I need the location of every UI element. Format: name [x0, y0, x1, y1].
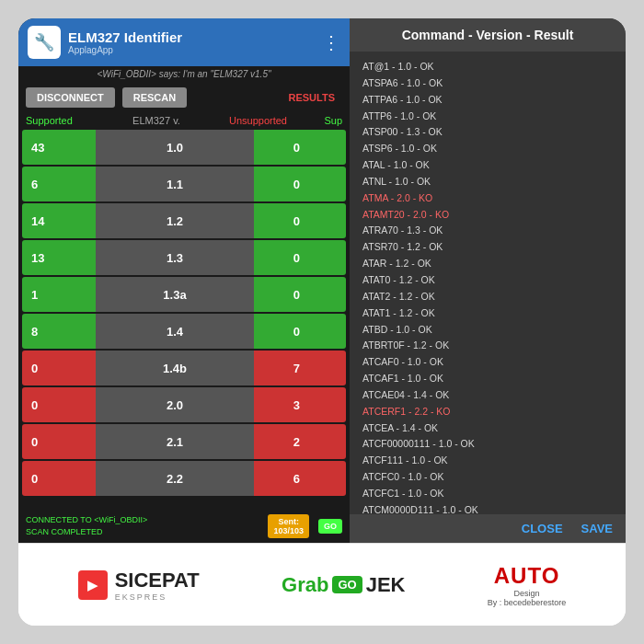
- list-item: ATCERF1 - 2.2 - KO: [362, 404, 613, 420]
- grab-text: Grab: [282, 573, 328, 597]
- brand-sicepat: ▶ SICEPAT EKSPRES: [78, 569, 200, 602]
- button-row: DISCONNECT RESCAN RESULTS: [18, 82, 350, 113]
- app-title-block: ELM327 Identifier ApplagApp: [68, 29, 182, 55]
- col-unsupported: Unsupported: [213, 115, 287, 126]
- cell-right: 0: [254, 178, 309, 191]
- col-supported: Supported: [26, 115, 99, 126]
- list-item: ATSP6 - 1.0 - OK: [362, 141, 613, 157]
- cell-version: 1.1: [96, 167, 254, 201]
- table-row: 43 1.0 0: [22, 130, 346, 165]
- brand-grab: Grab GO JEK: [282, 573, 405, 597]
- cell-version: 2.0: [96, 387, 254, 422]
- list-item: ATCFC1 - 1.0 - OK: [362, 486, 613, 502]
- sicepat-text-block: SICEPAT EKSPRES: [115, 569, 200, 602]
- cell-version: 1.2: [96, 203, 254, 238]
- list-item: ATNL - 1.0 - OK: [362, 174, 613, 190]
- sent-value: 103/103: [273, 526, 304, 535]
- list-item: ATCFC0 - 1.0 - OK: [362, 469, 613, 486]
- table-row: 13 1.3 0: [22, 240, 346, 275]
- cell-right: 0: [254, 141, 309, 155]
- status-bar: CONNECTED TO <WiFi_OBDII> SCAN COMPLETED…: [18, 510, 350, 543]
- app-header-left: 🔧 ELM327 Identifier ApplagApp: [28, 26, 182, 59]
- list-item: ATCEA - 1.4 - OK: [362, 420, 613, 437]
- table-row: 0 2.1 2: [22, 424, 346, 459]
- jek-text: JEK: [366, 573, 406, 597]
- cell-left: 0: [22, 398, 96, 412]
- command-footer: CLOSE SAVE: [350, 514, 626, 543]
- save-button[interactable]: SAVE: [581, 522, 613, 535]
- list-item: ATCAF1 - 1.0 - OK: [362, 371, 613, 387]
- status-text: CONNECTED TO <WiFi_OBDII> SCAN COMPLETED: [26, 514, 259, 537]
- cell-left: 8: [22, 325, 96, 339]
- cell-version: 1.3a: [96, 277, 254, 312]
- app-icon: 🔧: [28, 26, 61, 59]
- wifi-message: <WiFi_OBDII> says: I'm an "ELM327 v1.5": [18, 66, 350, 82]
- list-item: ATSR70 - 1.2 - OK: [362, 239, 613, 256]
- app-subtitle: ApplagApp: [68, 45, 182, 55]
- list-item: ATCAE04 - 1.4 - OK: [362, 387, 613, 404]
- app-title: ELM327 Identifier: [68, 29, 182, 45]
- app-header: 🔧 ELM327 Identifier ApplagApp ⋮: [18, 18, 350, 66]
- table-row: 0 2.0 3: [22, 387, 346, 422]
- cell-left: 13: [22, 251, 96, 265]
- brand-area: ▶ SICEPAT EKSPRES Grab GO JEK AUTO Desig…: [18, 543, 626, 626]
- list-item: ATRA70 - 1.3 - OK: [362, 223, 613, 239]
- command-list: AT@1 - 1.0 - OKATSPA6 - 1.0 - OKATTPA6 -…: [350, 52, 626, 514]
- cell-right: 0: [254, 251, 309, 265]
- table-row: 0 1.4b 7: [22, 351, 346, 385]
- cell-left: 43: [22, 141, 96, 155]
- by-text: By : becedeberestore: [488, 598, 567, 607]
- menu-icon[interactable]: ⋮: [322, 31, 340, 53]
- brand-auto: AUTO Design By : becedeberestore: [488, 563, 567, 607]
- list-item: ATBRT0F - 1.2 - OK: [362, 338, 613, 354]
- cell-version: 1.4b: [96, 351, 254, 385]
- cell-version: 1.0: [96, 130, 254, 165]
- list-item: ATSP00 - 1.3 - OK: [362, 124, 613, 141]
- main-area: 🔧 ELM327 Identifier ApplagApp ⋮ <WiFi_OB…: [18, 18, 626, 543]
- list-item: ATAT1 - 1.2 - OK: [362, 305, 613, 322]
- cell-right: 2: [254, 435, 309, 449]
- list-item: ATCAF0 - 1.0 - OK: [362, 354, 613, 371]
- auto-sub: Design: [514, 589, 540, 598]
- list-item: ATCF00000111 - 1.0 - OK: [362, 436, 613, 453]
- table-row: 14 1.2 0: [22, 203, 346, 238]
- data-table: 43 1.0 0 6 1.1 0 14 1.2 0 13 1.3 0 1 1.3…: [18, 130, 350, 510]
- go-badge: GO: [318, 519, 342, 534]
- connected-status: CONNECTED TO <WiFi_OBDII>: [26, 514, 259, 526]
- auto-logo: AUTO: [494, 563, 560, 589]
- cell-left: 6: [22, 178, 96, 191]
- cell-left: 0: [22, 472, 96, 486]
- sicepat-sub: EKSPRES: [115, 592, 200, 602]
- sent-badge: Sent: 103/103: [268, 514, 309, 538]
- cell-right: 6: [254, 472, 309, 486]
- disconnect-button[interactable]: DISCONNECT: [26, 87, 115, 108]
- table-row: 0 2.2 6: [22, 461, 346, 496]
- cell-version: 2.1: [96, 424, 254, 459]
- cell-left: 14: [22, 214, 96, 228]
- cell-left: 0: [22, 362, 96, 375]
- command-dialog: Command - Version - Result AT@1 - 1.0 - …: [350, 18, 626, 543]
- table-row: 1 1.3a 0: [22, 277, 346, 312]
- list-item: ATSPA6 - 1.0 - OK: [362, 75, 613, 92]
- table-row: 6 1.1 0: [22, 167, 346, 201]
- col-elm: ELM327 v.: [99, 115, 213, 126]
- rescan-button[interactable]: RESCAN: [122, 87, 187, 108]
- cell-right: 0: [254, 288, 309, 302]
- sicepat-name: SICEPAT: [115, 569, 200, 592]
- list-item: ATBD - 1.0 - OK: [362, 322, 613, 339]
- list-item: AT@1 - 1.0 - OK: [362, 59, 613, 75]
- sent-label: Sent:: [273, 517, 304, 526]
- cell-version: 2.2: [96, 461, 254, 496]
- close-button[interactable]: CLOSE: [522, 522, 563, 535]
- left-panel: 🔧 ELM327 Identifier ApplagApp ⋮ <WiFi_OB…: [18, 18, 350, 543]
- cell-right: 7: [254, 362, 309, 375]
- gojek-go: GO: [338, 578, 356, 592]
- list-item: ATTP6 - 1.0 - OK: [362, 109, 613, 125]
- list-item: ATAL - 1.0 - OK: [362, 157, 613, 174]
- cell-right: 3: [254, 398, 309, 412]
- table-row: 8 1.4 0: [22, 314, 346, 349]
- cell-left: 1: [22, 288, 96, 302]
- main-card: 🔧 ELM327 Identifier ApplagApp ⋮ <WiFi_OB…: [18, 18, 626, 626]
- results-button[interactable]: RESULTS: [281, 87, 342, 108]
- list-item: ATAMT20 - 2.0 - KO: [362, 207, 613, 224]
